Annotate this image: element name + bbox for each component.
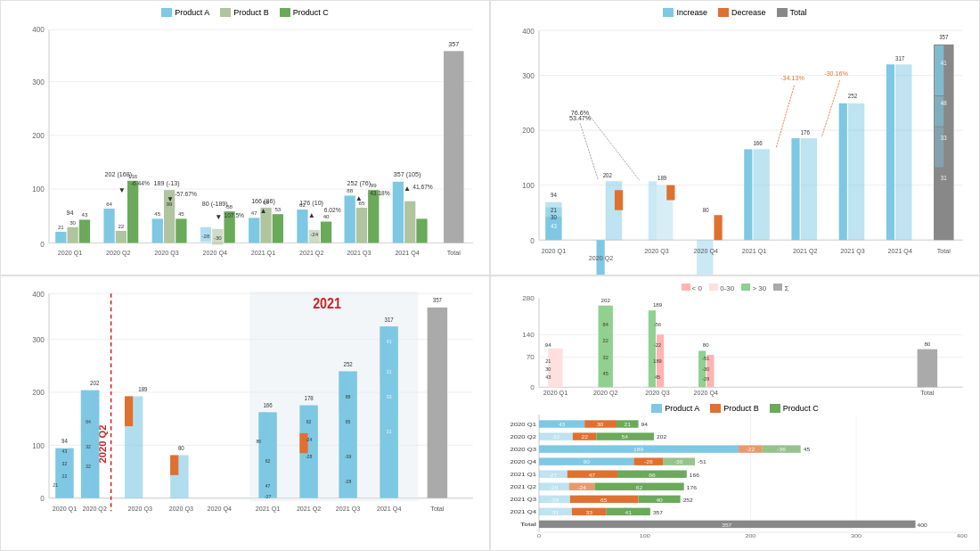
svg-text:94: 94 xyxy=(545,342,552,348)
bar-q1-c xyxy=(79,219,90,243)
svg-text:99: 99 xyxy=(371,182,377,188)
svg-text:31: 31 xyxy=(552,511,559,515)
svg-text:2021 Q3: 2021 Q3 xyxy=(510,497,537,502)
svg-text:45: 45 xyxy=(655,374,660,380)
svg-text:88: 88 xyxy=(346,393,351,399)
svg-text:32: 32 xyxy=(86,443,91,448)
svg-text:41: 41 xyxy=(625,511,632,515)
svg-text:2020 Q1: 2020 Q1 xyxy=(53,505,77,513)
svg-text:116: 116 xyxy=(128,173,138,179)
svg-text:2020 Q4: 2020 Q4 xyxy=(694,246,718,254)
svg-text:-24: -24 xyxy=(306,437,312,442)
svg-text:21: 21 xyxy=(551,207,557,213)
svg-text:58: 58 xyxy=(226,203,233,210)
svg-text:62: 62 xyxy=(299,201,306,208)
legend-color-c xyxy=(280,8,290,17)
svg-text:2021 Q2: 2021 Q2 xyxy=(297,505,321,513)
bar-total xyxy=(444,51,464,243)
bar-q8-a xyxy=(393,182,404,243)
bar2-q8 xyxy=(895,64,911,240)
svg-text:-30.16%: -30.16% xyxy=(824,69,848,77)
svg-text:2021 Q1: 2021 Q1 xyxy=(256,505,280,513)
svg-text:2021 Q3: 2021 Q3 xyxy=(336,505,360,513)
bar2-q2-sub xyxy=(606,181,622,240)
label-q1-total: 94 xyxy=(67,209,74,217)
chart-bottom-left-svg: 0 100 200 300 400 2020 Q2 2021 94 21 22 … xyxy=(8,284,482,543)
svg-text:280: 280 xyxy=(522,295,535,302)
bar-q2-c xyxy=(127,181,138,243)
svg-text:317: 317 xyxy=(895,55,905,62)
svg-text:189: 189 xyxy=(138,386,148,392)
svg-text:2021 Q1: 2021 Q1 xyxy=(510,472,537,477)
svg-text:-22: -22 xyxy=(654,342,661,348)
svg-text:▼: ▼ xyxy=(167,195,174,203)
svg-text:22: 22 xyxy=(86,464,91,469)
svg-text:80: 80 xyxy=(703,342,709,348)
svg-text:-36: -36 xyxy=(777,448,786,452)
svg-text:-51: -51 xyxy=(698,460,706,465)
svg-text:21: 21 xyxy=(58,224,64,230)
svg-text:300: 300 xyxy=(522,71,535,80)
bar-q7-c xyxy=(368,190,379,243)
bar-q2-a xyxy=(103,209,114,243)
svg-text:32: 32 xyxy=(603,355,608,360)
horiz-bar-container: Product A Product B Product C 2020 Q1 20… xyxy=(498,404,972,543)
svg-text:-39: -39 xyxy=(345,454,351,459)
svg-text:Total: Total xyxy=(920,391,935,397)
svg-text:300: 300 xyxy=(32,78,45,86)
bar-q1-b xyxy=(68,227,78,243)
legend-color-dec xyxy=(718,8,729,17)
svg-text:-51: -51 xyxy=(702,357,709,362)
svg-text:41.67%: 41.67% xyxy=(412,184,433,190)
svg-text:252 (76): 252 (76) xyxy=(347,179,372,187)
svg-text:2020 Q1: 2020 Q1 xyxy=(542,246,566,254)
svg-text:357: 357 xyxy=(939,34,949,40)
svg-text:40: 40 xyxy=(323,213,330,219)
svg-text:-28: -28 xyxy=(644,460,653,465)
svg-text:357: 357 xyxy=(433,297,443,303)
svg-text:41: 41 xyxy=(387,339,392,344)
bar-q5-c xyxy=(273,214,283,243)
svg-text:189 (-13): 189 (-13) xyxy=(154,179,180,187)
svg-text:178: 178 xyxy=(305,395,314,401)
bar2-q6-inc xyxy=(791,138,799,240)
legend-item-inc: Increase xyxy=(663,8,707,17)
legend-label-c: Product C xyxy=(293,8,329,17)
legend-item-c: Product C xyxy=(280,8,329,17)
legend-label-dec: Decrease xyxy=(731,8,766,17)
svg-text:252: 252 xyxy=(683,498,693,503)
svg-text:100: 100 xyxy=(32,440,45,449)
xlabel-total: Total xyxy=(447,249,461,257)
svg-text:62: 62 xyxy=(636,486,642,490)
chart-top-right-svg: 0 100 200 300 400 94 43 30 21 2020 Q1 20… xyxy=(498,21,972,276)
svg-text:45: 45 xyxy=(154,210,160,217)
svg-text:-24: -24 xyxy=(577,486,586,490)
svg-text:88: 88 xyxy=(347,187,353,193)
svg-text:2020 Q3: 2020 Q3 xyxy=(645,391,670,398)
svg-rect-142 xyxy=(339,371,347,411)
svg-text:2020 Q2: 2020 Q2 xyxy=(593,391,618,398)
svg-text:2020 Q2: 2020 Q2 xyxy=(589,253,613,261)
bar2-q7 xyxy=(848,103,864,240)
svg-text:43: 43 xyxy=(551,223,557,229)
svg-text:43.18%: 43.18% xyxy=(370,190,390,196)
svg-text:300: 300 xyxy=(851,533,862,539)
svg-text:▲: ▲ xyxy=(404,185,411,193)
svg-text:0: 0 xyxy=(40,241,45,249)
svg-text:2020 Q3: 2020 Q3 xyxy=(510,447,537,452)
svg-text:66: 66 xyxy=(263,199,269,205)
legend-label-inc: Increase xyxy=(676,8,707,17)
bar2-q5 xyxy=(753,149,769,240)
svg-text:140: 140 xyxy=(522,331,535,338)
svg-text:2021 Q1: 2021 Q1 xyxy=(742,246,766,254)
svg-text:▼: ▼ xyxy=(118,186,126,194)
svg-text:54: 54 xyxy=(622,435,628,440)
svg-text:2020 Q4: 2020 Q4 xyxy=(208,505,232,513)
svg-rect-92 xyxy=(935,45,943,95)
svg-text:80: 80 xyxy=(703,207,709,213)
legend-color-inc xyxy=(663,8,674,17)
panel-top-right: Increase Decrease Total 0 100 200 xyxy=(490,0,980,276)
svg-text:64: 64 xyxy=(86,418,91,424)
svg-text:▲: ▲ xyxy=(355,194,363,202)
chart-top-left-svg: 0 100 200 300 400 94 21 30 43 2020 Q1 20… xyxy=(8,21,482,276)
